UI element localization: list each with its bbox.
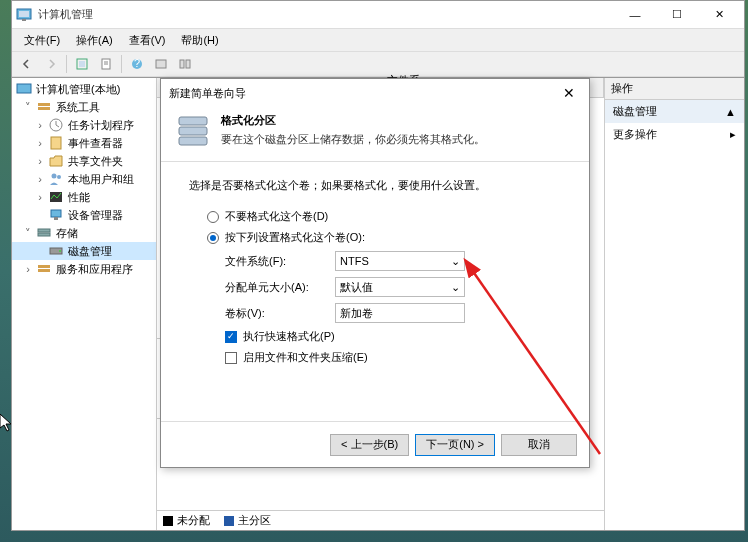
chevron-right-icon: ▸ [730, 128, 736, 141]
dialog-heading: 格式化分区 [221, 113, 485, 128]
titlebar[interactable]: 计算机管理 — ☐ ✕ [12, 1, 744, 29]
svg-rect-23 [38, 229, 50, 232]
menu-view[interactable]: 查看(V) [121, 31, 174, 50]
radio-checked-icon [207, 232, 219, 244]
radio-no-format[interactable]: 不要格式化这个卷(D) [207, 209, 561, 224]
help-button[interactable]: ? [126, 53, 148, 75]
label-alloc-unit: 分配单元大小(A): [225, 280, 335, 295]
label-filesystem: 文件系统(F): [225, 254, 335, 269]
tree-tasksched[interactable]: › 任务计划程序 [12, 116, 156, 134]
tree-systools[interactable]: ˅ 系统工具 [12, 98, 156, 116]
forward-button[interactable] [40, 53, 62, 75]
toolbar: ? [12, 51, 744, 77]
cancel-button[interactable]: 取消 [501, 434, 577, 456]
actions-panel: 操作 磁盘管理▲ 更多操作▸ [604, 78, 744, 530]
svg-rect-24 [38, 233, 50, 236]
dialog-title: 新建简单卷向导 [169, 86, 557, 101]
svg-rect-29 [179, 117, 207, 125]
svg-rect-12 [186, 60, 190, 68]
dialog-instruction: 选择是否要格式化这个卷；如果要格式化，要使用什么设置。 [189, 178, 561, 193]
svg-rect-1 [19, 11, 29, 17]
tree-shared[interactable]: › 共享文件夹 [12, 152, 156, 170]
label-volume: 卷标(V): [225, 306, 335, 321]
tree-diskmgmt[interactable]: 磁盘管理 [12, 242, 156, 260]
radio-format[interactable]: 按下列设置格式化这个卷(O): [207, 230, 561, 245]
close-button[interactable]: ✕ [698, 1, 740, 29]
checkbox-checked-icon [225, 331, 237, 343]
app-icon [16, 7, 32, 23]
chevron-down-icon: ⌄ [451, 281, 460, 294]
svg-rect-21 [51, 210, 61, 217]
svg-rect-13 [17, 84, 31, 93]
svg-rect-2 [22, 19, 26, 21]
chevron-down-icon: ⌄ [451, 255, 460, 268]
tree-services[interactable]: › 服务和应用程序 [12, 260, 156, 278]
tree-eventviewer[interactable]: › 事件查看器 [12, 134, 156, 152]
checkbox-icon [225, 352, 237, 364]
radio-icon [207, 211, 219, 223]
new-volume-wizard-dialog: 新建简单卷向导 ✕ 格式化分区 要在这个磁盘分区上储存数据，你必须先将其格式化。… [160, 78, 590, 468]
checkbox-quick-format[interactable]: 执行快速格式化(P) [225, 329, 561, 344]
svg-rect-14 [38, 103, 50, 106]
tree-devmgr[interactable]: 设备管理器 [12, 206, 156, 224]
tree-panel[interactable]: 计算机管理(本地) ˅ 系统工具 › 任务计划程序 › 事件查看器 › 共享文件… [12, 78, 157, 530]
svg-rect-11 [180, 60, 184, 68]
alloc-unit-select[interactable]: 默认值 ⌄ [335, 277, 465, 297]
next-button[interactable]: 下一页(N) > [415, 434, 495, 456]
filesystem-select[interactable]: NTFS ⌄ [335, 251, 465, 271]
back-button[interactable]: < 上一步(B) [330, 434, 409, 456]
svg-rect-27 [38, 265, 50, 268]
dialog-titlebar[interactable]: 新建简单卷向导 ✕ [161, 79, 589, 107]
svg-point-26 [59, 250, 61, 252]
svg-point-18 [52, 174, 57, 179]
volume-label-input[interactable] [335, 303, 465, 323]
menu-file[interactable]: 文件(F) [16, 31, 68, 50]
refresh-button[interactable] [71, 53, 93, 75]
svg-text:?: ? [134, 57, 140, 69]
disk-wizard-icon [177, 113, 209, 149]
tree-perf[interactable]: › 性能 [12, 188, 156, 206]
svg-rect-31 [179, 137, 207, 145]
dialog-close-button[interactable]: ✕ [557, 85, 581, 101]
svg-rect-15 [38, 107, 50, 110]
menu-action[interactable]: 操作(A) [68, 31, 121, 50]
maximize-button[interactable]: ☐ [656, 1, 698, 29]
checkbox-compress[interactable]: 启用文件和文件夹压缩(E) [225, 350, 561, 365]
tree-root[interactable]: 计算机管理(本地) [12, 80, 156, 98]
actions-more[interactable]: 更多操作▸ [605, 123, 744, 146]
svg-rect-10 [156, 60, 166, 68]
svg-rect-22 [54, 217, 58, 220]
tool-icon[interactable] [150, 53, 172, 75]
tool-icon-2[interactable] [174, 53, 196, 75]
menu-help[interactable]: 帮助(H) [173, 31, 226, 50]
window-title: 计算机管理 [38, 7, 614, 22]
legend: 未分配 主分区 [157, 510, 604, 530]
collapse-icon: ▲ [725, 106, 736, 118]
tree-users[interactable]: › 本地用户和组 [12, 170, 156, 188]
actions-header: 操作 [605, 78, 744, 100]
tree-storage[interactable]: ˅ 存储 [12, 224, 156, 242]
minimize-button[interactable]: — [614, 1, 656, 29]
props-button[interactable] [95, 53, 117, 75]
svg-rect-28 [38, 269, 50, 272]
cursor-icon [0, 414, 16, 434]
svg-rect-30 [179, 127, 207, 135]
actions-diskmgmt[interactable]: 磁盘管理▲ [605, 100, 744, 123]
menubar: 文件(F) 操作(A) 查看(V) 帮助(H) [12, 29, 744, 51]
svg-rect-4 [79, 61, 85, 67]
svg-rect-17 [51, 137, 61, 149]
back-button[interactable] [16, 53, 38, 75]
svg-point-19 [57, 175, 61, 179]
dialog-subheading: 要在这个磁盘分区上储存数据，你必须先将其格式化。 [221, 132, 485, 147]
